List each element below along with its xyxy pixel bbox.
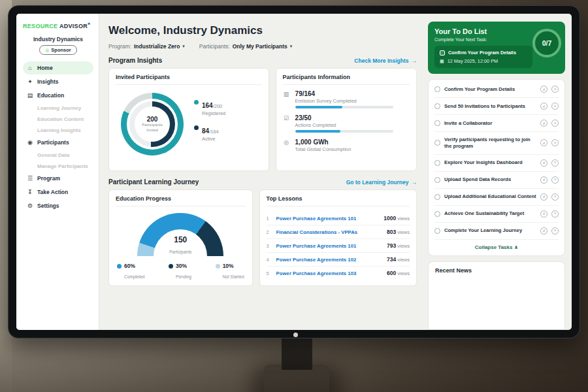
page-title: Welcome, Industry Dynamics (108, 24, 417, 37)
legend-active: 84/164 Active (194, 124, 225, 142)
task-row-upload-spend-data[interactable]: Upload Spend Data Records i › (434, 172, 559, 189)
task-checkbox[interactable] (434, 228, 440, 234)
not-started-label: Not Started (223, 274, 244, 279)
task-checkbox[interactable] (434, 103, 440, 109)
info-icon[interactable]: i (540, 210, 547, 218)
collapse-tasks-link[interactable]: Collapse Tasks ∧ (434, 240, 559, 254)
nav-label: Insights (37, 78, 59, 85)
invited-participants-card: Invited Participants 200 Participants In… (108, 68, 269, 171)
donut-center-label: 200 Participants Invited (121, 93, 184, 155)
task-row-achieve-target[interactable]: Achieve One Sustainability Target i › (434, 206, 559, 223)
lesson-link[interactable]: Power Purchase Agreements 103 (276, 270, 382, 276)
completed-label: Completed (124, 274, 144, 279)
info-icon[interactable]: i (540, 159, 547, 167)
task-row-explore-insights[interactable]: Explore Your Insights Dashboard i › (434, 155, 559, 172)
task-row-verify-participants[interactable]: Verify participants requesting to join t… (434, 132, 559, 155)
survey-icon: ▥ (283, 90, 290, 108)
completed-dot (117, 264, 122, 269)
sidebar-item-education-content[interactable]: Education Content (23, 114, 93, 125)
task-checkbox[interactable] (434, 120, 440, 126)
chevron-right-icon[interactable]: › (551, 86, 559, 93)
lesson-link[interactable]: Power Purchase Agreements 102 (276, 257, 382, 263)
chevron-right-icon[interactable]: › (551, 176, 559, 184)
chevron-right-icon[interactable]: › (551, 120, 559, 127)
go-to-learning-journey-link[interactable]: Go to Learning Journey → (346, 179, 417, 186)
next-task-due: 12 May 2025, 12:00 PM (448, 58, 498, 64)
lesson-rank: 1 (267, 216, 272, 221)
org-name: Industry Dynamics (23, 36, 93, 42)
learning-journey-header: Participant Learning Journey Go to Learn… (108, 178, 417, 186)
sidebar-item-general-data[interactable]: General Data (23, 150, 93, 161)
chevron-right-icon[interactable]: › (551, 139, 559, 146)
lesson-views: 803 (387, 229, 396, 235)
info-icon[interactable]: i (540, 193, 547, 201)
chevron-right-icon[interactable]: › (551, 227, 559, 235)
lesson-views: 600 (387, 270, 396, 276)
sidebar-item-home[interactable]: ⌂ Home (23, 61, 93, 74)
lesson-link[interactable]: Power Purchase Agreements 101 (276, 243, 382, 249)
program-insights-header: Program Insights Check More Insights → (108, 57, 417, 64)
sidebar-item-settings[interactable]: ⚙ Settings (23, 199, 93, 212)
chevron-right-icon[interactable]: › (551, 193, 559, 201)
todo-progress-value: 0/7 (542, 39, 552, 47)
info-icon[interactable]: i (540, 139, 547, 146)
task-row-complete-learning-journey[interactable]: Complete Your Learning Journey i › (434, 223, 559, 240)
metric-label: Emission Survey Completed (295, 98, 393, 104)
task-checkbox[interactable] (434, 194, 440, 200)
sidebar-item-participants[interactable]: ◉ Participants (23, 136, 93, 149)
program-icon: ☰ (27, 175, 33, 182)
task-label: Explore Your Insights Dashboard (444, 159, 536, 166)
task-row-upload-educational-content[interactable]: Upload Additional Educational Content i … (434, 189, 559, 206)
section-title: Participant Learning Journey (108, 178, 199, 186)
chevron-right-icon[interactable]: › (551, 103, 559, 110)
chevron-right-icon[interactable]: › (551, 210, 559, 218)
sidebar-item-manage-participants[interactable]: Manage Participants (23, 161, 93, 172)
section-title: Program Insights (108, 57, 162, 64)
lesson-link[interactable]: Power Purchase Agreements 101 (276, 216, 380, 221)
info-icon[interactable]: i (540, 120, 547, 127)
sidebar-item-education[interactable]: ▤ Education (23, 89, 93, 102)
task-row-invite-collaborator[interactable]: Invite a Collaborator i › (434, 115, 559, 132)
task-checkbox[interactable] (434, 160, 440, 166)
task-row-confirm-program[interactable]: Confirm Your Program Details i › (434, 81, 559, 98)
check-more-insights-link[interactable]: Check More Insights → (354, 57, 417, 64)
link-label: Check More Insights (354, 57, 408, 64)
lesson-link[interactable]: Financial Considerations - VPPAs (276, 229, 382, 235)
sidebar-item-insights[interactable]: ✦ Insights (23, 75, 93, 88)
participants-icon: ◉ (27, 139, 33, 146)
info-icon[interactable]: i (540, 86, 547, 93)
next-task-checkbox[interactable] (440, 50, 445, 56)
monitor-bezel: RESOURCE ADVISOR+ Industry Dynamics ◎ Sp… (8, 5, 580, 338)
task-label: Achieve One Sustainability Target (444, 210, 536, 217)
info-icon[interactable]: i (540, 103, 547, 110)
task-label: Confirm Your Program Details (444, 86, 536, 93)
sidebar-item-take-action[interactable]: ↧ Take Action (23, 186, 93, 199)
active-value: 84 (202, 127, 209, 135)
filters-row: Program: Industrialize Zero ▾ Participan… (108, 43, 417, 50)
nav-label: Participants (37, 139, 69, 146)
task-row-send-invitations[interactable]: Send 50 Invitations to Participants i › (434, 98, 559, 115)
legend-completed: 60%Completed (117, 263, 144, 281)
info-icon[interactable]: i (540, 227, 547, 235)
info-icon[interactable]: i (540, 176, 547, 184)
task-checkbox[interactable] (434, 177, 440, 183)
sidebar-item-learning-insights[interactable]: Learning Insights (23, 125, 93, 136)
donut-center-value: 200 (147, 116, 158, 123)
task-checkbox[interactable] (434, 140, 440, 146)
task-label: Upload Spend Data Records (444, 176, 536, 183)
sidebar-item-learning-journey[interactable]: Learning Journey (23, 103, 93, 114)
program-filter[interactable]: Program: Industrialize Zero ▾ (108, 43, 185, 50)
chevron-right-icon[interactable]: › (551, 159, 559, 167)
lesson-rank: 5 (267, 270, 272, 276)
actions-progress-bar (295, 130, 393, 133)
task-checkbox[interactable] (434, 86, 440, 92)
lesson-row: 2 Financial Considerations - VPPAs 803 v… (267, 225, 410, 239)
sidebar-item-program[interactable]: ☰ Program (23, 172, 93, 185)
sponsor-icon: ◎ (45, 48, 49, 52)
nav-label: Take Action (37, 189, 68, 195)
metric-label: Total Global Consumption (295, 146, 351, 152)
home-icon: ⌂ (27, 65, 33, 71)
participants-filter[interactable]: Participants: Only My Participants ▾ (199, 43, 292, 50)
task-checkbox[interactable] (434, 211, 440, 217)
education-icon: ▤ (27, 92, 33, 99)
